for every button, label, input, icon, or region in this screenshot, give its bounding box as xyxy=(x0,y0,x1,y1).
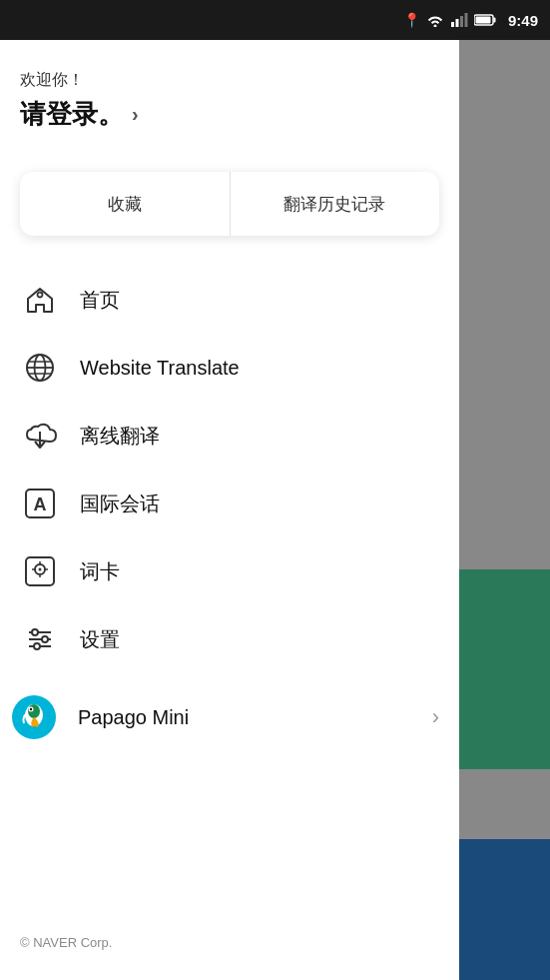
footer: © NAVER Corp. xyxy=(20,935,112,950)
svg-rect-6 xyxy=(493,18,495,23)
svg-point-7 xyxy=(38,293,43,298)
svg-point-22 xyxy=(42,636,48,642)
globe-icon xyxy=(22,350,58,386)
status-bar: 📍 9:49 xyxy=(0,0,550,40)
tab-favorites[interactable]: 收藏 xyxy=(20,172,231,236)
papago-mini-label: Papago Mini xyxy=(78,706,410,729)
svg-rect-0 xyxy=(451,22,454,27)
home-icon xyxy=(22,282,58,318)
main-content: 欢迎你！ 请登录。 › 收藏 翻译历史记录 首页 xyxy=(0,40,459,980)
copyright-text: © NAVER Corp. xyxy=(20,935,112,950)
location-icon: 📍 xyxy=(403,12,420,28)
menu-item-website-translate[interactable]: Website Translate xyxy=(10,334,449,402)
battery-icon xyxy=(474,14,496,26)
side-panel-green xyxy=(459,569,550,769)
menu-item-international-talk[interactable]: A 国际会话 xyxy=(10,470,449,537)
cloud-icon xyxy=(22,418,58,454)
settings-label: 设置 xyxy=(80,626,120,653)
status-icons: 📍 9:49 xyxy=(403,12,538,29)
papago-icon xyxy=(12,695,56,739)
sliders-icon xyxy=(22,621,58,657)
word-card-icon xyxy=(22,553,58,589)
side-panel-darkblue xyxy=(459,839,550,980)
svg-point-24 xyxy=(34,643,40,649)
text-a-icon: A xyxy=(22,486,58,521)
status-time: 9:49 xyxy=(508,12,538,29)
signal-icon xyxy=(450,13,468,27)
svg-point-18 xyxy=(39,568,42,571)
svg-rect-5 xyxy=(475,17,490,24)
menu-item-offline-translate[interactable]: 离线翻译 xyxy=(10,402,449,470)
svg-point-29 xyxy=(30,708,32,710)
login-text: 请登录。 xyxy=(20,97,124,132)
svg-rect-1 xyxy=(455,19,458,27)
tab-container: 收藏 翻译历史记录 xyxy=(20,172,439,236)
menu-item-home[interactable]: 首页 xyxy=(10,266,449,334)
papago-mini-chevron: › xyxy=(432,704,439,730)
word-card-label: 词卡 xyxy=(80,558,120,585)
international-talk-label: 国际会话 xyxy=(80,490,160,517)
wifi-icon xyxy=(426,13,444,27)
svg-rect-2 xyxy=(460,16,463,27)
menu-item-word-card[interactable]: 词卡 xyxy=(10,537,449,605)
svg-point-20 xyxy=(32,629,38,635)
menu-list: 首页 Website Translate xyxy=(0,266,459,673)
header: 欢迎你！ 请登录。 › xyxy=(0,40,459,152)
svg-text:A: A xyxy=(34,494,47,514)
menu-item-settings[interactable]: 设置 xyxy=(10,605,449,673)
greeting-login[interactable]: 请登录。 › xyxy=(20,97,439,132)
svg-rect-3 xyxy=(464,13,467,27)
offline-translate-label: 离线翻译 xyxy=(80,423,160,450)
papago-mini-item[interactable]: Papago Mini › xyxy=(0,679,459,755)
greeting-small: 欢迎你！ xyxy=(20,70,439,91)
website-translate-label: Website Translate xyxy=(80,357,240,380)
login-chevron: › xyxy=(132,103,139,126)
tab-history[interactable]: 翻译历史记录 xyxy=(231,172,440,236)
home-label: 首页 xyxy=(80,287,120,314)
